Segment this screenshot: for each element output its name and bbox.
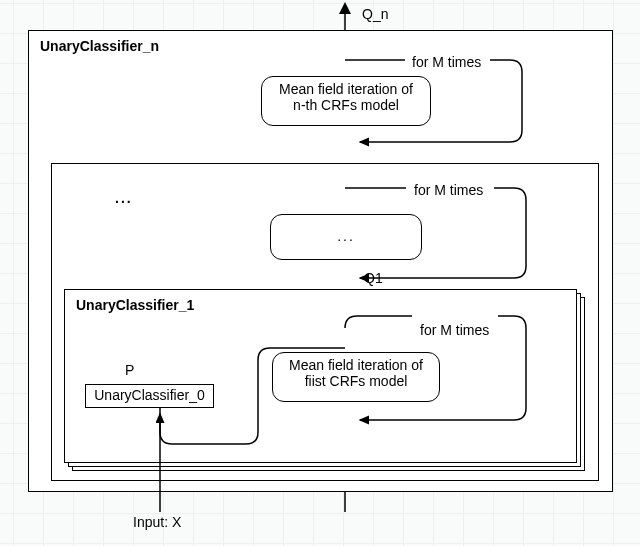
- loop-1-label: for M times: [420, 322, 489, 338]
- loop-n-label: for M times: [412, 54, 481, 70]
- inner-box-title: UnaryClassifier_1: [76, 297, 194, 313]
- input-label: Input: X: [133, 514, 181, 530]
- block-1-line1: Mean field iteration of: [273, 357, 439, 373]
- svg-marker-1: [339, 2, 351, 14]
- loop-mid-label: for M times: [414, 182, 483, 198]
- block-ellipsis: ...: [270, 214, 422, 260]
- block-unaryclassifier-0: UnaryClassifier_0: [85, 384, 214, 408]
- block-n-line2: n-th CRFs model: [262, 97, 430, 113]
- mid-box-ellipsis-title: ...: [115, 190, 133, 206]
- block-n-line1: Mean field iteration of: [262, 81, 430, 97]
- q1-label: Q1: [364, 270, 383, 286]
- output-label-qn: Q_n: [362, 6, 388, 22]
- diagram-canvas: UnaryClassifier_n Mean field iteration o…: [0, 0, 640, 546]
- outer-box-title: UnaryClassifier_n: [40, 38, 159, 54]
- block-meanfield-n: Mean field iteration of n-th CRFs model: [261, 76, 431, 126]
- p-label: P: [125, 362, 134, 378]
- block-1-line2: fiist CRFs model: [273, 373, 439, 389]
- block-meanfield-1: Mean field iteration of fiist CRFs model: [272, 352, 440, 402]
